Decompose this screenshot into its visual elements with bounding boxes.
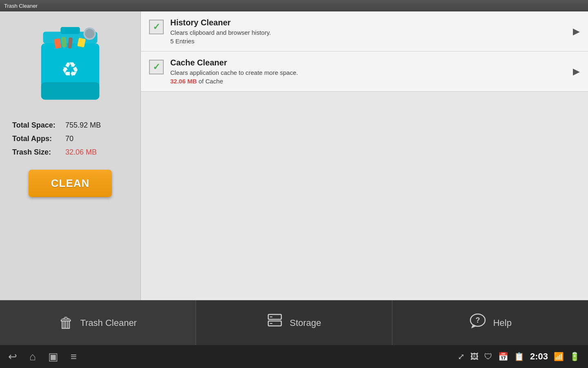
history-cleaner-item[interactable]: ✓ History Cleaner Clears clipboard and b…: [141, 11, 588, 52]
main-container: ♻ Total Space: 755.92 MB Total Apps: 70 …: [0, 11, 588, 300]
cache-cleaner-item[interactable]: ✓ Cache Cleaner Clears application cache…: [141, 52, 588, 92]
back-icon[interactable]: ↩: [8, 350, 17, 363]
recents-icon[interactable]: ▣: [48, 350, 58, 363]
checkmark-icon-2: ✓: [153, 62, 160, 72]
trash-icon-container: ♻: [29, 20, 111, 114]
system-bar: ↩ ⌂ ▣ ≡ ⤢ 🖼 🛡 📅 📋 2:03 📶 🔋: [0, 345, 588, 368]
total-space-label: Total Space:: [12, 121, 65, 130]
app-title: Trash Cleaner: [4, 3, 38, 9]
help-nav-icon: ?: [469, 312, 487, 334]
total-space-row: Total Space: 755.92 MB: [12, 121, 128, 130]
title-bar: Trash Cleaner: [0, 0, 588, 11]
cache-cleaner-detail-suffix: of Cache: [197, 78, 223, 85]
trash-size-value: 32.06 MB: [65, 148, 97, 157]
history-cleaner-detail: 5 Entries: [170, 38, 566, 45]
total-apps-row: Total Apps: 70: [12, 135, 128, 143]
storage-nav-icon: [267, 313, 283, 333]
svg-text:♻: ♻: [61, 58, 79, 81]
nav-item-help[interactable]: ? Help: [392, 301, 588, 345]
total-apps-label: Total Apps:: [12, 135, 65, 143]
system-nav-icons: ↩ ⌂ ▣ ≡: [8, 350, 77, 363]
total-apps-value: 70: [65, 135, 74, 143]
trash-bin-icon: ♻: [31, 22, 109, 112]
calendar-icon: 📅: [498, 352, 508, 361]
resize-icon: ⤢: [458, 352, 465, 361]
history-cleaner-description: Clears clipboard and browser history.: [170, 29, 566, 36]
history-cleaner-title: History Cleaner: [170, 18, 566, 27]
bottom-nav: 🗑 Trash Cleaner Storage ? Help: [0, 300, 588, 345]
nav-item-storage[interactable]: Storage: [196, 301, 392, 345]
clean-button[interactable]: CLEAN: [29, 170, 112, 197]
trash-size-label: Trash Size:: [12, 148, 65, 157]
shield-icon: 🛡: [484, 352, 492, 361]
storage-status-icon: 📋: [514, 352, 524, 361]
cache-cleaner-content: Cache Cleaner Clears application cache t…: [170, 58, 566, 85]
history-cleaner-content: History Cleaner Clears clipboard and bro…: [170, 18, 566, 45]
menu-icon[interactable]: ≡: [71, 350, 77, 363]
wifi-icon: 📶: [554, 352, 564, 361]
cache-cleaner-detail: 32.06 MB of Cache: [170, 78, 566, 85]
system-time: 2:03: [530, 351, 548, 362]
trash-size-row: Trash Size: 32.06 MB: [12, 148, 128, 157]
svg-text:?: ?: [475, 316, 480, 324]
nav-item-trash-cleaner[interactable]: 🗑 Trash Cleaner: [0, 301, 196, 345]
trash-cleaner-nav-label: Trash Cleaner: [80, 318, 137, 328]
checkmark-icon: ✓: [153, 22, 160, 32]
svg-rect-10: [61, 37, 67, 47]
stats-container: Total Space: 755.92 MB Total Apps: 70 Tr…: [6, 121, 134, 162]
battery-icon: 🔋: [570, 352, 580, 361]
cache-cleaner-checkbox[interactable]: ✓: [149, 60, 164, 74]
cache-cleaner-arrow-icon[interactable]: ▶: [573, 66, 580, 77]
storage-nav-label: Storage: [290, 318, 321, 328]
home-icon[interactable]: ⌂: [29, 350, 36, 363]
svg-point-3: [85, 29, 94, 38]
image-icon: 🖼: [470, 352, 479, 361]
status-icons-right: ⤢ 🖼 🛡 📅 📋 2:03 📶 🔋: [458, 351, 580, 362]
total-space-value: 755.92 MB: [65, 121, 101, 130]
cache-cleaner-description: Clears application cache to create more …: [170, 69, 566, 76]
right-panel: ✓ History Cleaner Clears clipboard and b…: [141, 11, 588, 300]
left-panel: ♻ Total Space: 755.92 MB Total Apps: 70 …: [0, 11, 141, 300]
svg-rect-5: [41, 82, 100, 100]
cache-cleaner-title: Cache Cleaner: [170, 58, 566, 67]
trash-cleaner-nav-icon: 🗑: [59, 314, 74, 332]
help-nav-label: Help: [493, 318, 512, 328]
history-cleaner-checkbox[interactable]: ✓: [149, 20, 164, 34]
svg-rect-1: [60, 27, 80, 34]
history-cleaner-arrow-icon[interactable]: ▶: [573, 26, 580, 37]
right-panel-empty: [141, 92, 588, 300]
